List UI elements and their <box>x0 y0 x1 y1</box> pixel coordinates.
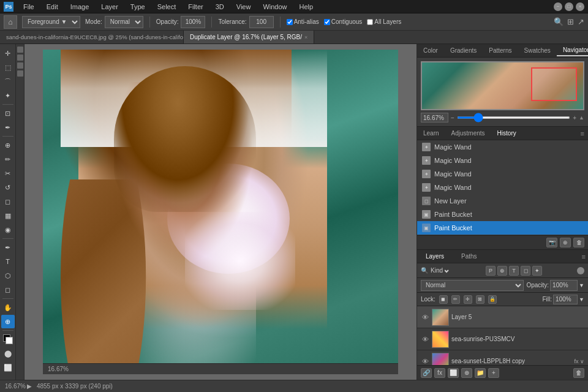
tab-1-close[interactable]: × <box>304 34 307 40</box>
lock-all[interactable]: 🔒 <box>488 295 497 304</box>
all-layers-checkbox[interactable]: All Layers <box>367 18 401 25</box>
quick-mask-tool[interactable]: ⬤ <box>1 347 15 360</box>
tab-gradients[interactable]: Gradients <box>444 45 483 56</box>
window-minimize[interactable]: − <box>554 2 562 11</box>
nav-zoom-plus[interactable]: + <box>573 115 576 121</box>
layers-panel-menu[interactable]: ≡ <box>582 253 588 260</box>
shape-tool[interactable]: ◻ <box>1 283 15 296</box>
clone-tool[interactable]: ✂ <box>1 167 15 180</box>
lock-transparency[interactable]: ◼ <box>439 295 448 304</box>
eraser-tool[interactable]: ◻ <box>1 195 15 208</box>
marquee-tool[interactable]: ⬚ <box>1 61 15 74</box>
contiguous-checkbox[interactable]: Contiguous <box>324 18 363 25</box>
pen-tool[interactable]: ✒ <box>1 241 15 254</box>
opacity-input[interactable] <box>550 280 578 291</box>
fill-input[interactable] <box>553 295 578 304</box>
menu-layer[interactable]: Layer <box>99 2 121 12</box>
tab-1[interactable]: Duplicate Layer @ 16.7% (Layer 5, RGB/ × <box>184 31 314 43</box>
menu-select[interactable]: Select <box>155 2 179 12</box>
hand-tool[interactable]: ✋ <box>1 301 15 314</box>
layer-eye-0[interactable]: 👁 <box>421 313 429 322</box>
history-item-1[interactable]: ✦ Magic Wand <box>417 154 588 167</box>
panel-icon-4[interactable] <box>17 70 23 77</box>
new-layer-btn[interactable]: + <box>488 368 499 378</box>
delete-layer-btn[interactable]: 🗑 <box>573 368 584 378</box>
link-layers-btn[interactable]: 🔗 <box>421 368 432 378</box>
nav-zoom-input[interactable] <box>421 113 448 123</box>
adjustment-layer-btn[interactable]: ⊕ <box>461 368 472 378</box>
panel-options-menu[interactable]: ≡ <box>581 130 588 137</box>
tab-history[interactable]: History <box>491 128 522 138</box>
layer-group-btn[interactable]: 📁 <box>475 368 486 378</box>
tab-paths[interactable]: Paths <box>453 251 486 262</box>
blur-tool[interactable]: ◉ <box>1 223 15 236</box>
status-arrow[interactable]: ▶ <box>27 383 32 390</box>
window-close[interactable]: × <box>576 2 584 11</box>
nav-collapse[interactable]: ▲ <box>579 115 584 121</box>
filter-smart-icon[interactable]: ✦ <box>532 266 542 276</box>
history-item-6[interactable]: ▣ Paint Bucket <box>417 221 588 235</box>
opacity-chevron[interactable]: ▼ <box>579 282 584 288</box>
panel-icon-1[interactable] <box>17 47 23 53</box>
screen-mode-tool[interactable]: ⬜ <box>1 361 15 374</box>
brush-tool[interactable]: ✏ <box>1 153 15 166</box>
lock-artboard[interactable]: ⊠ <box>476 295 484 304</box>
menu-view[interactable]: View <box>234 2 254 12</box>
history-item-5[interactable]: ▣ Paint Bucket <box>417 208 588 221</box>
tab-swatches[interactable]: Swatches <box>518 45 557 56</box>
zoom-tool[interactable]: ⊕ <box>1 315 15 328</box>
tab-navigator[interactable]: Navigator <box>557 45 588 56</box>
mode-select[interactable]: Normal <box>105 16 143 28</box>
filter-type-icon[interactable]: T <box>509 266 519 276</box>
panel-icon-2[interactable] <box>17 55 23 61</box>
menu-filter[interactable]: Filter <box>186 2 205 12</box>
anti-alias-checkbox[interactable]: Anti-alias <box>287 18 319 25</box>
tab-layers[interactable]: Layers <box>417 251 453 262</box>
share-icon[interactable]: ↗ <box>578 17 584 26</box>
menu-file[interactable]: File <box>21 2 37 12</box>
lock-image[interactable]: ✏ <box>451 295 460 304</box>
foreground-color[interactable] <box>1 333 15 346</box>
layer-mask-btn[interactable]: ⬜ <box>448 368 459 378</box>
history-delete[interactable]: 🗑 <box>573 238 584 247</box>
filter-adj-icon[interactable]: ⊕ <box>497 266 507 276</box>
eyedropper-tool[interactable]: ✒ <box>1 121 15 134</box>
layer-style-btn[interactable]: fx <box>434 368 445 378</box>
nav-zoom-minus[interactable]: − <box>451 115 454 121</box>
tab-learn[interactable]: Learn <box>417 128 445 138</box>
panel-icon-3[interactable] <box>17 62 23 69</box>
filter-shape-icon[interactable]: ◻ <box>521 266 530 276</box>
path-tool[interactable]: ⬡ <box>1 269 15 282</box>
move-tool[interactable]: ✛ <box>1 47 15 60</box>
gradient-tool[interactable]: ▦ <box>1 209 15 222</box>
canvas-area[interactable]: 16.67% <box>16 44 417 380</box>
tab-patterns[interactable]: Patterns <box>483 45 518 56</box>
blend-mode-select[interactable]: Normal <box>421 280 524 291</box>
menu-help[interactable]: Help <box>297 2 316 12</box>
window-maximize[interactable]: □ <box>565 2 573 11</box>
history-item-2[interactable]: ✦ Magic Wand <box>417 167 588 181</box>
menu-type[interactable]: Type <box>128 2 148 12</box>
tab-color[interactable]: Color <box>417 45 444 56</box>
healing-tool[interactable]: ⊕ <box>1 138 15 152</box>
history-new-snapshot[interactable]: 📷 <box>546 238 557 247</box>
layer-row-1[interactable]: 👁 sea-sunrise-PU3SMCV <box>417 328 588 350</box>
menu-edit[interactable]: Edit <box>44 2 61 12</box>
tab-adjustments[interactable]: Adjustments <box>445 128 491 138</box>
layer-row-0[interactable]: 👁 Layer 5 <box>417 306 588 328</box>
type-tool[interactable]: T <box>1 255 15 268</box>
opacity-input[interactable] <box>181 16 205 28</box>
history-new-doc[interactable]: ⊕ <box>560 238 571 247</box>
history-item-3[interactable]: ✦ Magic Wand <box>417 181 588 194</box>
history-brush-tool[interactable]: ↺ <box>1 181 15 194</box>
crop-tool[interactable]: ⊡ <box>1 107 15 120</box>
search-icon[interactable]: 🔍 <box>554 17 564 26</box>
layer-eye-2[interactable]: 👁 <box>421 357 429 366</box>
filter-pixel-icon[interactable]: P <box>486 266 496 276</box>
menu-image[interactable]: Image <box>68 2 92 12</box>
tab-0[interactable]: sand-dunes-in-california-E9UCEC8.jpg @ 2… <box>0 31 184 43</box>
lock-position[interactable]: ✛ <box>464 295 472 304</box>
history-item-4[interactable]: ◻ New Layer <box>417 194 588 208</box>
menu-3d[interactable]: 3D <box>213 2 227 12</box>
menu-window[interactable]: Window <box>260 2 289 12</box>
